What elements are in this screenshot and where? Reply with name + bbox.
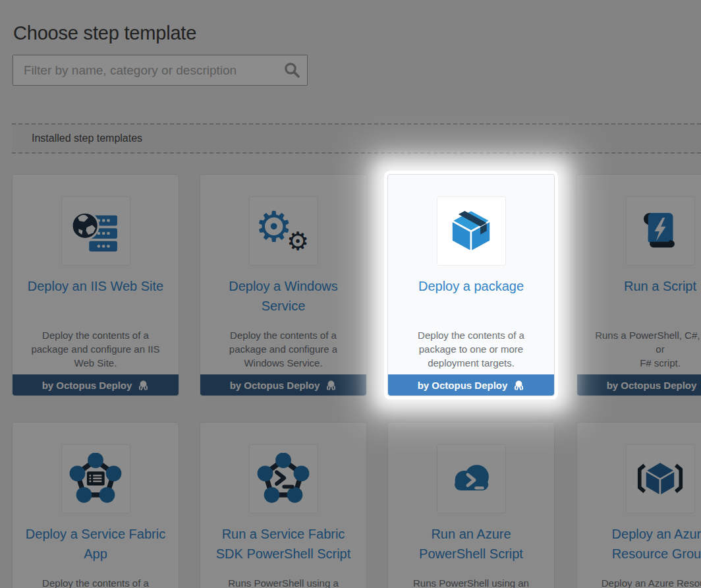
card-icon-tile xyxy=(437,196,506,266)
choose-step-template-page: Choose step template Installed step temp… xyxy=(0,0,701,588)
card-byline: by Octopus Deploy xyxy=(388,374,554,396)
package-box-icon xyxy=(444,204,498,258)
card-description: Deploy the contents of a package to one … xyxy=(402,328,540,370)
card-title: Deploy a package xyxy=(396,276,546,317)
card-deploy-a-package[interactable]: Deploy a package Deploy the contents of … xyxy=(387,174,555,396)
dim-overlay xyxy=(0,0,701,588)
octopus-icon xyxy=(513,380,524,391)
